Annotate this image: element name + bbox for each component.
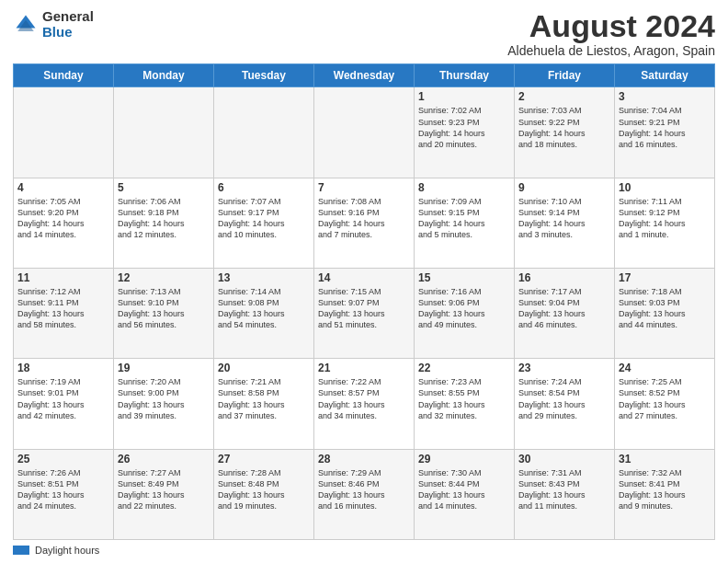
- week-row-4: 25Sunrise: 7:26 AM Sunset: 8:51 PM Dayli…: [14, 449, 715, 539]
- table-row: 29Sunrise: 7:30 AM Sunset: 8:44 PM Dayli…: [415, 449, 515, 539]
- day-number: 11: [17, 271, 109, 284]
- day-info: Sunrise: 7:05 AM Sunset: 9:20 PM Dayligh…: [17, 196, 109, 241]
- table-row: 31Sunrise: 7:32 AM Sunset: 8:41 PM Dayli…: [615, 449, 715, 539]
- day-info: Sunrise: 7:22 AM Sunset: 8:57 PM Dayligh…: [318, 376, 410, 421]
- table-row: 28Sunrise: 7:29 AM Sunset: 8:46 PM Dayli…: [314, 449, 415, 539]
- day-number: 18: [17, 362, 109, 374]
- table-row: 4Sunrise: 7:05 AM Sunset: 9:20 PM Daylig…: [14, 178, 114, 268]
- table-row: 16Sunrise: 7:17 AM Sunset: 9:04 PM Dayli…: [515, 269, 615, 359]
- footer: Daylight hours: [13, 545, 715, 556]
- table-row: [314, 87, 415, 178]
- table-row: 27Sunrise: 7:28 AM Sunset: 8:48 PM Dayli…: [214, 449, 314, 539]
- daylight-bar-icon: [13, 546, 29, 555]
- day-info: Sunrise: 7:12 AM Sunset: 9:11 PM Dayligh…: [17, 286, 109, 331]
- day-info: Sunrise: 7:04 AM Sunset: 9:21 PM Dayligh…: [619, 105, 711, 150]
- day-info: Sunrise: 7:28 AM Sunset: 8:48 PM Dayligh…: [218, 467, 310, 512]
- week-row-1: 4Sunrise: 7:05 AM Sunset: 9:20 PM Daylig…: [14, 178, 715, 268]
- daylight-legend-label: Daylight hours: [35, 545, 99, 556]
- table-row: 23Sunrise: 7:24 AM Sunset: 8:54 PM Dayli…: [515, 359, 615, 449]
- table-row: [14, 87, 114, 178]
- day-number: 12: [118, 271, 210, 284]
- day-info: Sunrise: 7:13 AM Sunset: 9:10 PM Dayligh…: [118, 286, 210, 331]
- day-info: Sunrise: 7:07 AM Sunset: 9:17 PM Dayligh…: [218, 196, 310, 241]
- day-number: 2: [518, 90, 610, 103]
- day-number: 16: [518, 271, 610, 284]
- day-number: 9: [518, 181, 610, 194]
- day-number: 25: [17, 453, 109, 465]
- table-row: 10Sunrise: 7:11 AM Sunset: 9:12 PM Dayli…: [615, 178, 715, 268]
- header: General Blue August 2024 Aldehuela de Li…: [13, 9, 715, 58]
- day-info: Sunrise: 7:31 AM Sunset: 8:43 PM Dayligh…: [518, 467, 610, 512]
- day-info: Sunrise: 7:19 AM Sunset: 9:01 PM Dayligh…: [17, 376, 109, 421]
- col-thursday: Thursday: [415, 64, 515, 87]
- day-info: Sunrise: 7:29 AM Sunset: 8:46 PM Dayligh…: [318, 467, 410, 512]
- day-number: 29: [418, 453, 510, 465]
- day-number: 19: [118, 362, 210, 374]
- day-number: 4: [17, 181, 109, 194]
- table-row: 21Sunrise: 7:22 AM Sunset: 8:57 PM Dayli…: [314, 359, 415, 449]
- logo-text: General Blue: [42, 9, 94, 40]
- day-number: 8: [418, 181, 510, 194]
- table-row: 19Sunrise: 7:20 AM Sunset: 9:00 PM Dayli…: [114, 359, 214, 449]
- day-info: Sunrise: 7:20 AM Sunset: 9:00 PM Dayligh…: [118, 376, 210, 421]
- day-info: Sunrise: 7:11 AM Sunset: 9:12 PM Dayligh…: [619, 196, 711, 241]
- col-wednesday: Wednesday: [314, 64, 415, 87]
- day-info: Sunrise: 7:08 AM Sunset: 9:16 PM Dayligh…: [318, 196, 410, 241]
- table-row: 5Sunrise: 7:06 AM Sunset: 9:18 PM Daylig…: [114, 178, 214, 268]
- day-info: Sunrise: 7:06 AM Sunset: 9:18 PM Dayligh…: [118, 196, 210, 241]
- day-info: Sunrise: 7:16 AM Sunset: 9:06 PM Dayligh…: [418, 286, 510, 331]
- day-number: 23: [518, 362, 610, 374]
- table-row: 18Sunrise: 7:19 AM Sunset: 9:01 PM Dayli…: [14, 359, 114, 449]
- day-number: 28: [318, 453, 410, 465]
- day-number: 26: [118, 453, 210, 465]
- table-row: 2Sunrise: 7:03 AM Sunset: 9:22 PM Daylig…: [515, 87, 615, 178]
- col-friday: Friday: [515, 64, 615, 87]
- day-info: Sunrise: 7:18 AM Sunset: 9:03 PM Dayligh…: [619, 286, 711, 331]
- day-number: 7: [318, 181, 410, 194]
- col-sunday: Sunday: [14, 64, 114, 87]
- day-number: 17: [619, 271, 711, 284]
- day-number: 1: [418, 90, 510, 103]
- table-row: 25Sunrise: 7:26 AM Sunset: 8:51 PM Dayli…: [14, 449, 114, 539]
- day-number: 3: [619, 90, 711, 103]
- day-number: 20: [218, 362, 310, 374]
- logo-blue: Blue: [42, 25, 94, 40]
- page: General Blue August 2024 Aldehuela de Li…: [0, 0, 728, 563]
- day-info: Sunrise: 7:21 AM Sunset: 8:58 PM Dayligh…: [218, 376, 310, 421]
- table-row: 6Sunrise: 7:07 AM Sunset: 9:17 PM Daylig…: [214, 178, 314, 268]
- week-row-3: 18Sunrise: 7:19 AM Sunset: 9:01 PM Dayli…: [14, 359, 715, 449]
- day-number: 24: [619, 362, 711, 374]
- day-number: 10: [619, 181, 711, 194]
- calendar-table: Sunday Monday Tuesday Wednesday Thursday…: [13, 63, 715, 540]
- table-row: 22Sunrise: 7:23 AM Sunset: 8:55 PM Dayli…: [415, 359, 515, 449]
- logo-general: General: [42, 9, 94, 25]
- day-info: Sunrise: 7:30 AM Sunset: 8:44 PM Dayligh…: [418, 467, 510, 512]
- day-info: Sunrise: 7:23 AM Sunset: 8:55 PM Dayligh…: [418, 376, 510, 421]
- day-info: Sunrise: 7:27 AM Sunset: 8:49 PM Dayligh…: [118, 467, 210, 512]
- logo: General Blue: [13, 9, 94, 40]
- table-row: [214, 87, 314, 178]
- day-info: Sunrise: 7:25 AM Sunset: 8:52 PM Dayligh…: [619, 376, 711, 421]
- main-title: August 2024: [507, 9, 715, 43]
- table-row: 17Sunrise: 7:18 AM Sunset: 9:03 PM Dayli…: [615, 269, 715, 359]
- day-info: Sunrise: 7:14 AM Sunset: 9:08 PM Dayligh…: [218, 286, 310, 331]
- day-info: Sunrise: 7:32 AM Sunset: 8:41 PM Dayligh…: [619, 467, 711, 512]
- day-number: 31: [619, 453, 711, 465]
- table-row: 8Sunrise: 7:09 AM Sunset: 9:15 PM Daylig…: [415, 178, 515, 268]
- table-row: 26Sunrise: 7:27 AM Sunset: 8:49 PM Dayli…: [114, 449, 214, 539]
- day-number: 30: [518, 453, 610, 465]
- day-number: 13: [218, 271, 310, 284]
- day-number: 22: [418, 362, 510, 374]
- table-row: 24Sunrise: 7:25 AM Sunset: 8:52 PM Dayli…: [615, 359, 715, 449]
- subtitle: Aldehuela de Liestos, Aragon, Spain: [507, 43, 715, 58]
- week-row-0: 1Sunrise: 7:02 AM Sunset: 9:23 PM Daylig…: [14, 87, 715, 178]
- table-row: 9Sunrise: 7:10 AM Sunset: 9:14 PM Daylig…: [515, 178, 615, 268]
- day-number: 14: [318, 271, 410, 284]
- header-row: Sunday Monday Tuesday Wednesday Thursday…: [14, 64, 715, 87]
- table-row: 3Sunrise: 7:04 AM Sunset: 9:21 PM Daylig…: [615, 87, 715, 178]
- day-info: Sunrise: 7:09 AM Sunset: 9:15 PM Dayligh…: [418, 196, 510, 241]
- day-info: Sunrise: 7:10 AM Sunset: 9:14 PM Dayligh…: [518, 196, 610, 241]
- day-number: 5: [118, 181, 210, 194]
- day-info: Sunrise: 7:26 AM Sunset: 8:51 PM Dayligh…: [17, 467, 109, 512]
- table-row: 7Sunrise: 7:08 AM Sunset: 9:16 PM Daylig…: [314, 178, 415, 268]
